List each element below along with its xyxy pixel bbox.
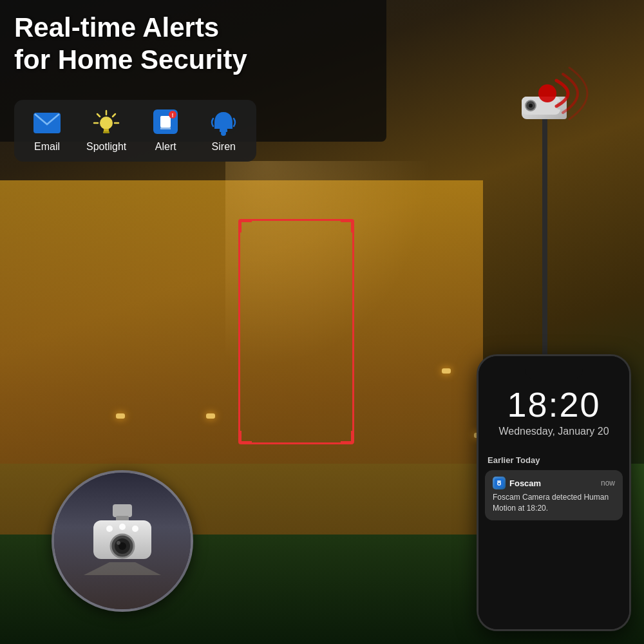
- spotlight-label: Spotlight: [86, 141, 126, 153]
- svg-rect-22: [113, 504, 132, 517]
- notification-header: Earlier Today: [485, 455, 623, 465]
- detection-box: [238, 219, 354, 444]
- email-icon-container: [33, 109, 61, 137]
- spotlight-icon: [93, 109, 120, 137]
- siren-label: Siren: [212, 141, 236, 153]
- svg-line-2: [113, 114, 115, 117]
- corner-bl: [239, 431, 252, 444]
- siren-icon-container: [209, 109, 238, 137]
- phone-notch: [525, 365, 583, 379]
- corner-tl: [239, 220, 252, 232]
- notification-card: Foscam now Foscam Camera detected Human …: [485, 470, 623, 520]
- corner-br: [341, 431, 354, 444]
- camera-body-wrapper: [77, 504, 167, 578]
- wall-light-3: [442, 368, 451, 374]
- alert-label: Alert: [155, 141, 176, 153]
- svg-rect-11: [160, 128, 171, 129]
- main-container: Real-time Alerts for Home Security Email: [0, 0, 644, 644]
- notif-message: Foscam Camera detected Human Motion at 1…: [493, 492, 615, 514]
- svg-point-27: [132, 526, 138, 532]
- phone-date: Wednesday, January 20: [498, 426, 609, 437]
- alert-icon: !: [153, 109, 178, 137]
- svg-rect-35: [497, 480, 501, 482]
- svg-point-15: [221, 131, 226, 136]
- camera-in-circle-content: [54, 473, 191, 609]
- phone-mockup: 18:20 Wednesday, January 20 Earlier Toda…: [477, 354, 631, 631]
- svg-line-4: [97, 114, 100, 117]
- notification-app-row: Foscam: [493, 477, 541, 489]
- email-label: Email: [34, 141, 60, 153]
- siren-icon: [211, 109, 236, 137]
- svg-point-6: [100, 117, 113, 129]
- foscam-icon-svg: [495, 478, 504, 488]
- feature-spotlight: Spotlight: [86, 109, 126, 153]
- svg-point-25: [106, 526, 113, 532]
- feature-alert: ! Alert: [147, 109, 184, 153]
- svg-rect-10: [160, 116, 171, 128]
- email-icon: [33, 113, 61, 133]
- svg-point-34: [498, 483, 500, 485]
- notification-top-row: Foscam now: [493, 477, 615, 489]
- feature-siren: Siren: [205, 109, 242, 153]
- signal-waves-svg: [528, 52, 612, 135]
- svg-point-26: [119, 524, 126, 530]
- svg-point-31: [117, 541, 120, 545]
- camera-circle: [52, 470, 193, 612]
- notif-time: now: [601, 478, 615, 488]
- corner-tr: [341, 220, 354, 232]
- main-heading: Real-time Alerts for Home Security: [14, 12, 247, 77]
- phone-notifications: Earlier Today: [478, 455, 629, 520]
- alert-icon-container: !: [151, 109, 180, 137]
- signal-waves: [528, 52, 612, 135]
- wall-light-1: [116, 413, 125, 419]
- spotlight-icon-container: [92, 109, 120, 137]
- foscam-app-icon: [493, 477, 506, 489]
- camera-body-svg: [77, 504, 167, 575]
- features-bar: Email Spotlight: [14, 100, 256, 162]
- phone-screen: 18:20 Wednesday, January 20 Earlier Toda…: [478, 356, 629, 629]
- wall-light-2: [206, 413, 215, 419]
- feature-email: Email: [28, 109, 66, 153]
- notif-app-name: Foscam: [509, 478, 541, 488]
- heading-line1: Real-time Alerts: [14, 12, 247, 44]
- phone-time: 18:20: [507, 384, 600, 424]
- svg-rect-8: [103, 131, 109, 133]
- svg-point-21: [538, 84, 556, 102]
- heading-line2: for Home Security: [14, 44, 247, 76]
- svg-text:!: !: [172, 112, 174, 118]
